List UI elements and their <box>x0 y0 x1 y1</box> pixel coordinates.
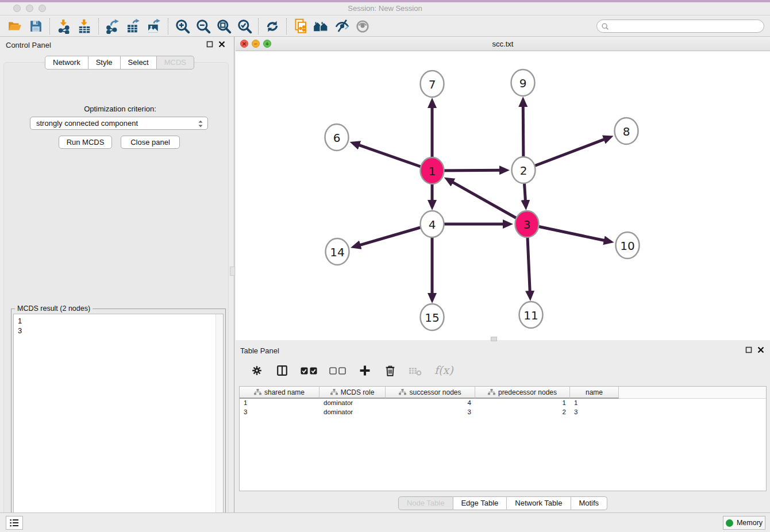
graph-node-label: 14 <box>330 245 344 259</box>
float-panel-icon[interactable] <box>206 41 213 48</box>
select-all-columns-button[interactable] <box>299 362 319 379</box>
tab-style[interactable]: Style <box>88 56 121 70</box>
unchecked-boxes-icon <box>329 367 346 375</box>
column-header-label: name <box>586 388 603 396</box>
close-panel-icon[interactable] <box>218 41 225 48</box>
show-columns-button[interactable] <box>274 362 291 379</box>
close-panel-button[interactable]: Close panel <box>121 136 180 149</box>
run-mcds-button[interactable]: Run MCDS <box>59 136 112 149</box>
tab-motifs[interactable]: Motifs <box>571 496 607 510</box>
graph-node-label: 15 <box>425 311 439 325</box>
graph-node-11[interactable]: 11 <box>519 302 543 328</box>
column-header-label: MCDS role <box>341 388 375 396</box>
memory-status-dot <box>726 519 733 527</box>
apply-layout-button[interactable] <box>262 18 283 35</box>
zoom-out-button[interactable] <box>192 18 213 35</box>
export-image-icon <box>147 19 161 34</box>
graph-node-15[interactable]: 15 <box>421 304 444 330</box>
memory-label: Memory <box>737 519 763 527</box>
table-header-row: shared nameMCDS rolesuccessor nodesprede… <box>240 387 766 399</box>
function-fx-icon: f(x) <box>433 364 456 377</box>
duplicate-network-button[interactable] <box>290 18 311 35</box>
network-view-window: ✕ − + scc.txt 7968124314101511 <box>236 37 770 340</box>
refresh-layout-icon <box>265 19 280 34</box>
deselect-all-columns-button[interactable] <box>328 362 348 379</box>
search-field[interactable] <box>596 20 764 33</box>
attribute-tree-icon <box>399 389 406 395</box>
network-window-titlebar[interactable]: ✕ − + scc.txt <box>236 37 770 51</box>
export-image-button[interactable] <box>144 18 164 35</box>
attribute-tree-icon <box>330 389 338 395</box>
tab-mcds[interactable]: MCDS <box>157 56 194 70</box>
show-graphics-details-button[interactable] <box>352 18 373 35</box>
graph-node-14[interactable]: 14 <box>326 238 349 265</box>
graph-node-8[interactable]: 8 <box>615 118 638 144</box>
graph-edge-2-8[interactable] <box>523 139 605 170</box>
function-builder-button[interactable]: f(x) <box>432 362 457 379</box>
column-header-name[interactable]: name <box>570 387 619 399</box>
mcds-result-title: MCDS result (2 nodes) <box>15 304 93 313</box>
splitter-grip[interactable] <box>230 267 235 276</box>
select-stepper-icon <box>196 119 205 129</box>
zoom-fit-button[interactable] <box>213 18 234 35</box>
tab-network[interactable]: Network <box>45 56 88 70</box>
table-panel: Table Panel <box>236 342 770 510</box>
splitter-handle[interactable] <box>491 337 497 341</box>
hide-graphics-details-button[interactable] <box>332 18 352 35</box>
close-panel-icon[interactable] <box>757 346 764 353</box>
graph-node-label: 3 <box>523 218 531 232</box>
network-overview-button[interactable] <box>311 18 332 35</box>
graph-node-2[interactable]: 2 <box>512 157 536 183</box>
save-session-button[interactable] <box>25 18 46 35</box>
network-graph[interactable]: 7968124314101511 <box>236 51 770 340</box>
graph-node-6[interactable]: 6 <box>325 124 349 151</box>
import-table-button[interactable] <box>74 18 95 35</box>
memory-button[interactable]: Memory <box>723 516 765 530</box>
table-row[interactable]: 1dominator411 <box>240 399 766 408</box>
graph-node-7[interactable]: 7 <box>421 71 444 97</box>
task-history-button[interactable] <box>6 516 23 530</box>
search-icon <box>601 22 609 30</box>
mcds-result-text[interactable]: 1 3 <box>13 314 224 527</box>
column-header-predecessor-nodes[interactable]: predecessor nodes <box>475 387 570 399</box>
tab-edge-table[interactable]: Edge Table <box>453 496 507 510</box>
graph-node-label: 6 <box>333 131 341 145</box>
table-row[interactable]: 3dominator323 <box>240 408 766 417</box>
table-settings-button[interactable] <box>248 362 265 379</box>
table-cell: dominator <box>319 399 386 408</box>
result-scrollbar[interactable] <box>215 314 223 527</box>
zoom-in-button[interactable] <box>172 18 192 35</box>
add-column-button[interactable] <box>356 362 374 379</box>
import-network-button[interactable] <box>53 18 74 35</box>
graph-node-1[interactable]: 1 <box>421 157 444 184</box>
tab-select[interactable]: Select <box>121 56 157 70</box>
column-header-MCDS-role[interactable]: MCDS role <box>319 387 386 399</box>
delete-column-button[interactable] <box>382 362 399 379</box>
graph-node-4[interactable]: 4 <box>421 211 444 237</box>
toolbar-separator <box>168 18 168 34</box>
mcds-panel-body: Optimization criterion: strongly connect… <box>3 62 229 532</box>
zoom-selected-button[interactable] <box>234 18 255 35</box>
tab-network-table[interactable]: Network Table <box>507 496 571 510</box>
table-tabs: Node TableEdge TableNetwork TableMotifs <box>398 496 607 510</box>
export-network-button[interactable] <box>102 18 123 35</box>
graph-node-label: 7 <box>429 78 436 91</box>
main-toolbar <box>0 16 770 37</box>
app-titlebar: Session: New Session <box>0 0 770 16</box>
graph-node-10[interactable]: 10 <box>616 232 640 259</box>
column-header-successor-nodes[interactable]: successor nodes <box>386 387 475 399</box>
import-network-icon <box>56 19 71 34</box>
open-session-button[interactable] <box>5 18 25 35</box>
graph-edge-3-1[interactable] <box>452 182 527 224</box>
column-header-label: shared name <box>264 388 305 396</box>
delete-table-button[interactable] <box>407 362 424 379</box>
graph-node-3[interactable]: 3 <box>515 211 539 237</box>
column-header-shared-name[interactable]: shared name <box>240 387 319 399</box>
criterion-select[interactable]: strongly connected component <box>30 117 208 130</box>
search-input[interactable] <box>612 22 764 30</box>
float-panel-icon[interactable] <box>745 346 752 353</box>
svg-text:f(x): f(x) <box>434 364 454 376</box>
tab-node-table[interactable]: Node Table <box>398 496 453 510</box>
graph-node-9[interactable]: 9 <box>511 70 535 96</box>
export-table-button[interactable] <box>123 18 144 35</box>
